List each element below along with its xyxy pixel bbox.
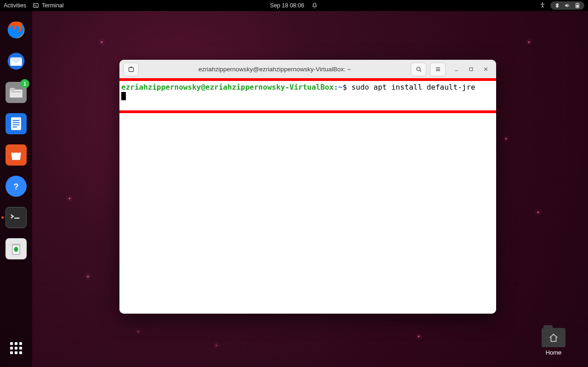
help-icon: ?	[10, 180, 22, 192]
clock[interactable]: Sep 18 08:06	[270, 2, 304, 9]
prompt-symbol: $	[343, 83, 347, 92]
cursor	[121, 92, 126, 100]
menu-button[interactable]	[430, 63, 446, 76]
document-icon	[10, 117, 23, 131]
prompt-colon: :	[334, 83, 338, 92]
notifications-button[interactable]	[311, 2, 318, 9]
terminal-content[interactable]: ezriahzippernowsky@ezriahzippernowsky-Vi…	[119, 79, 496, 314]
svg-rect-14	[13, 126, 17, 127]
close-button[interactable]	[481, 65, 490, 74]
terminal-window: ezriahzippernowsky@ezriahzippernowsky-Vi…	[119, 60, 496, 314]
house-icon	[548, 333, 559, 343]
svg-rect-12	[13, 122, 20, 123]
dock-app-firefox[interactable]	[6, 19, 27, 40]
search-button[interactable]	[411, 63, 426, 76]
system-status-area[interactable]	[550, 1, 584, 10]
svg-rect-9	[11, 92, 22, 93]
minimize-icon	[453, 66, 459, 72]
maximize-button[interactable]	[467, 65, 475, 74]
volume-icon	[564, 2, 571, 9]
titlebar[interactable]: ezriahzippernowsky@ezriahzippernowsky-Vi…	[119, 60, 496, 79]
svg-rect-7	[10, 90, 23, 98]
app-menu-label: Terminal	[42, 2, 63, 9]
battery-icon	[574, 2, 581, 9]
grid-icon	[10, 342, 22, 354]
svg-point-1	[542, 2, 543, 3]
svg-rect-19	[129, 68, 133, 72]
svg-rect-4	[577, 5, 579, 7]
prompt-userhost: ezriahzippernowsky@ezriahzippernowsky-Vi…	[121, 83, 334, 92]
maximize-icon	[468, 66, 474, 72]
dock-app-help[interactable]: ?	[6, 176, 27, 197]
svg-rect-16	[14, 218, 19, 219]
files-badge: 1	[20, 79, 29, 88]
bell-icon	[311, 2, 318, 9]
activities-label: Activities	[4, 2, 26, 9]
desktop-icon-label: Home	[537, 349, 570, 356]
app-menu[interactable]: Terminal	[33, 2, 63, 9]
svg-rect-3	[577, 3, 578, 4]
new-tab-icon	[128, 66, 135, 73]
hamburger-icon	[435, 66, 441, 73]
svg-rect-13	[13, 124, 20, 125]
window-title: ezriahzippernowsky@ezriahzippernowsky-Vi…	[142, 66, 407, 73]
dock-app-thunderbird[interactable]	[6, 51, 27, 72]
svg-rect-21	[469, 68, 473, 71]
accessibility-icon	[539, 2, 546, 8]
svg-rect-11	[13, 120, 20, 121]
dock-app-software[interactable]	[6, 144, 27, 166]
dock-app-files[interactable]: 1	[6, 82, 27, 103]
svg-rect-18	[11, 244, 20, 245]
command-text: sudo apt install default-jre	[351, 83, 475, 92]
terminal-icon	[33, 2, 39, 9]
svg-rect-0	[34, 4, 39, 7]
terminal-icon	[9, 212, 23, 223]
desktop-icon-home[interactable]: Home	[537, 328, 570, 356]
activities-button[interactable]: Activities	[4, 2, 26, 9]
folder-icon	[542, 328, 565, 347]
svg-rect-10	[11, 117, 21, 130]
trash-icon	[10, 242, 23, 256]
svg-rect-8	[10, 88, 15, 91]
dock: 1 ?	[0, 11, 32, 367]
dock-app-terminal[interactable]	[6, 207, 27, 228]
close-icon	[483, 66, 489, 72]
shopping-bag-icon	[9, 149, 23, 161]
top-panel: Activities Terminal Sep 18 08:06	[0, 0, 588, 11]
network-icon	[554, 2, 560, 9]
show-apps-button[interactable]	[6, 338, 27, 359]
svg-text:?: ?	[13, 182, 18, 191]
minimize-button[interactable]	[452, 65, 460, 74]
clock-label: Sep 18 08:06	[270, 2, 304, 9]
files-icon	[9, 86, 23, 98]
accessibility-menu[interactable]	[539, 2, 546, 10]
dock-app-trash[interactable]	[6, 238, 27, 259]
new-tab-button[interactable]	[123, 63, 139, 76]
firefox-icon	[6, 20, 26, 40]
svg-point-20	[417, 67, 420, 71]
prompt-path: ~	[338, 83, 343, 92]
thunderbird-icon	[6, 51, 26, 71]
dock-app-writer[interactable]	[6, 113, 27, 134]
search-icon	[415, 66, 422, 73]
